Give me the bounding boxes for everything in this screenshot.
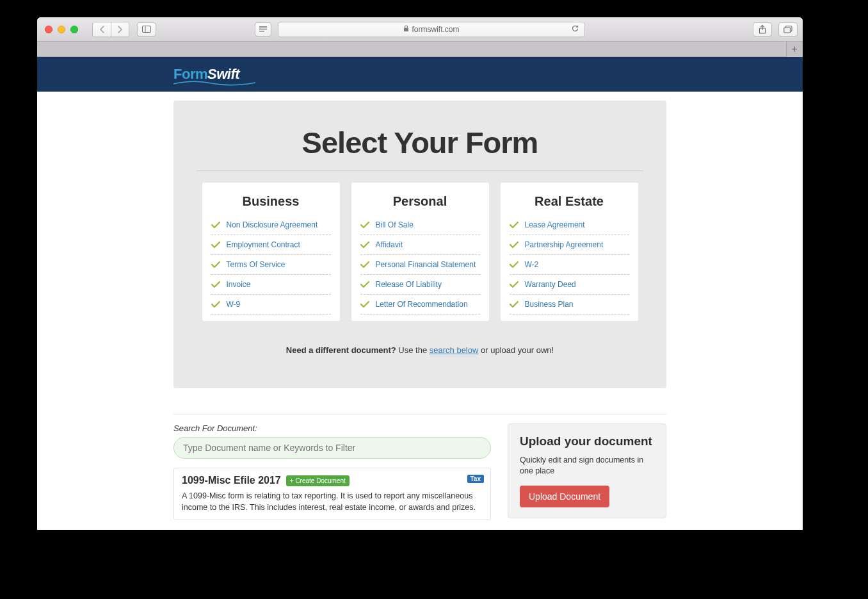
- form-link[interactable]: Employment Contract: [227, 240, 300, 249]
- form-link[interactable]: W-9: [227, 300, 241, 309]
- check-icon: [360, 300, 369, 309]
- form-link[interactable]: Bill Of Sale: [376, 220, 414, 229]
- reader-button[interactable]: [255, 22, 271, 37]
- search-below-link[interactable]: search below: [430, 345, 479, 355]
- check-icon: [510, 280, 518, 289]
- card-real-estate: Real Estate Lease Agreement Partnership …: [501, 183, 638, 321]
- svg-rect-0: [143, 26, 151, 33]
- form-link-item: Non Disclosure Agreement: [211, 215, 331, 235]
- search-result: 1099-Misc Efile 2017 + Create Document T…: [173, 468, 491, 520]
- form-link[interactable]: Warranty Deed: [525, 280, 576, 289]
- check-icon: [360, 280, 369, 289]
- page-viewport: FormSwift Select Your Form Business Non …: [37, 57, 803, 530]
- page-body: Select Your Form Business Non Disclosure…: [37, 101, 803, 520]
- upload-title: Upload your document: [520, 434, 654, 448]
- check-icon: [360, 240, 369, 249]
- form-link[interactable]: Non Disclosure Agreement: [227, 220, 318, 229]
- sidebar-toggle-button[interactable]: [137, 22, 156, 37]
- prompt-text-after: or upload your own!: [478, 345, 554, 355]
- tab-bar: +: [37, 42, 803, 57]
- nav-back-forward: [92, 22, 129, 37]
- form-link-item: Bill Of Sale: [360, 215, 480, 235]
- search-column: Search For Document: 1099-Misc Efile 201…: [173, 423, 491, 520]
- form-link-item: Terms Of Service: [211, 255, 331, 275]
- card-business: Business Non Disclosure Agreement Employ…: [202, 183, 340, 321]
- form-link[interactable]: Personal Financial Statement: [376, 260, 476, 269]
- address-bar[interactable]: formswift.com: [278, 22, 585, 37]
- card-heading: Business: [211, 194, 331, 209]
- different-document-prompt: Need a different document? Use the searc…: [197, 334, 643, 360]
- check-icon: [510, 240, 518, 249]
- check-icon: [510, 220, 518, 229]
- check-icon: [360, 260, 369, 269]
- logo[interactable]: FormSwift: [173, 66, 239, 83]
- card-heading: Real Estate: [510, 194, 629, 209]
- search-label: Search For Document:: [173, 423, 491, 433]
- svg-rect-5: [404, 28, 408, 31]
- form-link-item: Lease Agreement: [510, 215, 629, 235]
- form-link-item: Partnership Agreement: [510, 235, 629, 255]
- titlebar: formswift.com: [37, 17, 803, 42]
- tag-badge: Tax: [467, 475, 485, 483]
- form-link-item: Personal Financial Statement: [360, 255, 480, 275]
- form-link[interactable]: W-2: [525, 260, 539, 269]
- check-icon: [510, 260, 518, 269]
- address-group: formswift.com: [255, 22, 585, 37]
- form-link[interactable]: Letter Of Recommendation: [376, 300, 468, 309]
- check-icon: [211, 280, 220, 289]
- safari-window: formswift.com + FormSwift: [37, 17, 803, 530]
- forward-button[interactable]: [111, 22, 129, 37]
- maximize-window-button[interactable]: [70, 26, 78, 33]
- form-link[interactable]: Release Of Liability: [376, 280, 442, 289]
- create-document-button[interactable]: + Create Document: [286, 475, 350, 486]
- check-icon: [510, 300, 518, 309]
- check-icon: [211, 220, 220, 229]
- logo-part-2: Swift: [207, 66, 239, 82]
- check-icon: [360, 220, 369, 229]
- site-header: FormSwift: [37, 57, 803, 92]
- card-personal: Personal Bill Of Sale Affidavit Personal…: [351, 183, 489, 321]
- result-title: 1099-Misc Efile 2017: [182, 475, 281, 486]
- right-toolbar: [753, 22, 798, 37]
- divider: [173, 414, 666, 414]
- form-link-item: W-2: [510, 255, 629, 275]
- back-button[interactable]: [93, 22, 111, 37]
- check-icon: [211, 240, 220, 249]
- new-tab-button[interactable]: +: [786, 42, 803, 57]
- result-description: A 1099-Misc form is relating to tax repo…: [182, 490, 483, 513]
- tabs-button[interactable]: [778, 22, 798, 37]
- form-link-item: Warranty Deed: [510, 275, 629, 295]
- address-text: formswift.com: [412, 25, 459, 34]
- form-link-item: W-9: [211, 295, 331, 315]
- form-link-item: Invoice: [211, 275, 331, 295]
- category-cards: Business Non Disclosure Agreement Employ…: [197, 183, 643, 321]
- form-link[interactable]: Lease Agreement: [525, 220, 585, 229]
- form-link[interactable]: Invoice: [227, 280, 251, 289]
- form-link[interactable]: Affidavit: [376, 240, 403, 249]
- form-link-item: Release Of Liability: [360, 275, 480, 295]
- reload-button[interactable]: [571, 24, 579, 35]
- check-icon: [211, 260, 220, 269]
- prompt-bold: Need a different document?: [286, 345, 396, 355]
- form-link[interactable]: Business Plan: [525, 300, 574, 309]
- traffic-lights: [45, 26, 78, 33]
- search-input[interactable]: [173, 437, 491, 459]
- hero-panel: Select Your Form Business Non Disclosure…: [173, 101, 666, 388]
- lower-section: Search For Document: 1099-Misc Efile 201…: [173, 423, 666, 520]
- form-link-item: Letter Of Recommendation: [360, 295, 480, 315]
- form-link-item: Business Plan: [510, 295, 629, 315]
- svg-rect-9: [784, 28, 791, 33]
- share-button[interactable]: [753, 22, 772, 37]
- card-heading: Personal: [360, 194, 480, 209]
- form-link[interactable]: Terms Of Service: [227, 260, 285, 269]
- upload-panel: Upload your document Quickly edit and si…: [508, 423, 666, 518]
- form-link-item: Employment Contract: [211, 235, 331, 255]
- close-window-button[interactable]: [45, 26, 52, 33]
- upload-document-button[interactable]: Upload Document: [520, 486, 609, 507]
- form-link[interactable]: Partnership Agreement: [525, 240, 604, 249]
- lock-icon: [403, 25, 409, 34]
- prompt-text: Use the: [396, 345, 430, 355]
- logo-part-1: Form: [173, 66, 207, 82]
- minimize-window-button[interactable]: [58, 26, 65, 33]
- page-title: Select Your Form: [197, 125, 643, 171]
